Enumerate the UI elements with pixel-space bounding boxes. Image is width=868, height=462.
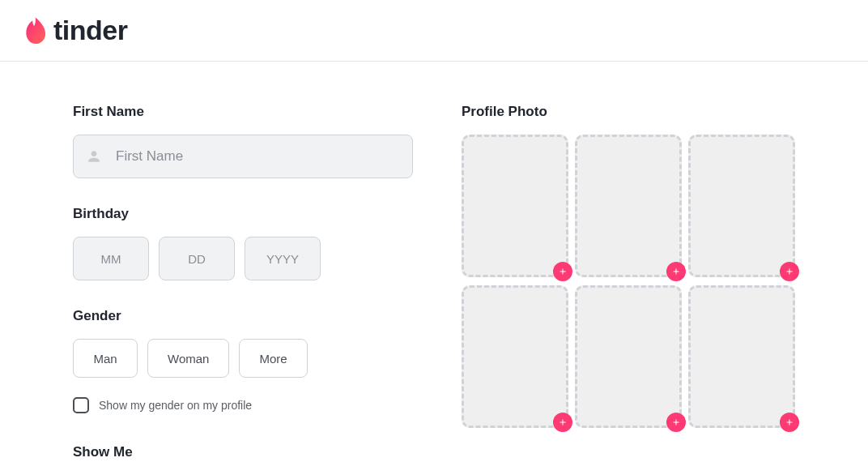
gender-option-woman[interactable]: Woman [147, 339, 229, 378]
birthday-day-input[interactable] [159, 237, 235, 280]
plus-icon [785, 267, 794, 276]
plus-icon [785, 417, 794, 427]
show-me-label: Show Me [73, 444, 413, 460]
birthday-row [73, 237, 413, 280]
photo-grid [462, 135, 795, 428]
birthday-label: Birthday [73, 206, 413, 222]
header: tinder [0, 0, 868, 62]
form-column: First Name Birthday Gender Man Woman Mor… [73, 104, 413, 462]
photo-slot[interactable] [688, 135, 795, 277]
add-photo-button[interactable] [553, 262, 572, 281]
tinder-flame-icon [23, 17, 47, 45]
plus-icon [671, 267, 681, 276]
photo-slot[interactable] [462, 135, 568, 277]
photo-slot[interactable] [688, 285, 795, 428]
birthday-year-input[interactable] [245, 237, 321, 280]
show-gender-row: Show my gender on my profile [73, 397, 413, 413]
photo-column: Profile Photo [462, 104, 795, 462]
gender-option-more[interactable]: More [239, 339, 307, 378]
first-name-label: First Name [73, 104, 413, 120]
show-gender-label: Show my gender on my profile [99, 399, 252, 412]
add-photo-button[interactable] [666, 413, 686, 432]
gender-label: Gender [73, 308, 413, 324]
first-name-field-wrap [73, 135, 413, 178]
add-photo-button[interactable] [666, 262, 686, 281]
photo-slot[interactable] [575, 285, 682, 428]
brand-name: tinder [53, 15, 127, 46]
profile-photo-label: Profile Photo [462, 104, 795, 120]
person-icon [86, 148, 102, 165]
plus-icon [558, 417, 568, 427]
gender-row: Man Woman More [73, 339, 413, 378]
first-name-input[interactable] [73, 135, 413, 178]
show-gender-checkbox[interactable] [73, 397, 89, 413]
add-photo-button[interactable] [780, 413, 799, 432]
main-content: First Name Birthday Gender Man Woman Mor… [0, 62, 868, 462]
plus-icon [671, 417, 681, 427]
photo-slot[interactable] [575, 135, 682, 277]
add-photo-button[interactable] [780, 262, 799, 281]
photo-slot[interactable] [462, 285, 568, 428]
gender-option-man[interactable]: Man [73, 339, 138, 378]
birthday-month-input[interactable] [73, 237, 149, 280]
add-photo-button[interactable] [553, 413, 572, 432]
plus-icon [558, 267, 568, 276]
